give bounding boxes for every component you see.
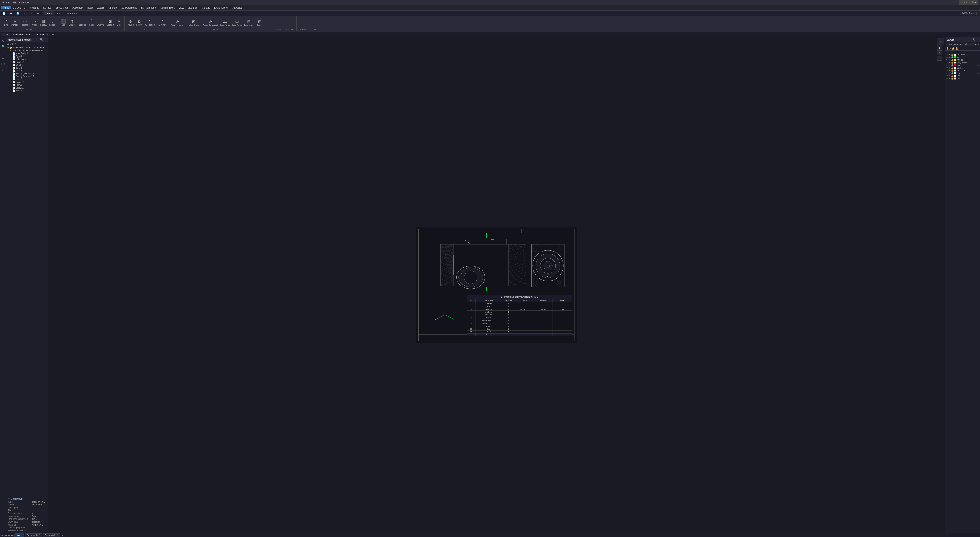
- layer-item-new[interactable]: 👁 ☀ 🔓 new —: [945, 77, 980, 80]
- qat-redo[interactable]: ↪: [28, 11, 34, 16]
- new-tab-button[interactable]: +: [51, 33, 55, 37]
- browser-menu-icon[interactable]: ⋮: [44, 38, 46, 41]
- tree-item-rb1[interactable]: 📄 Rolling Bearing 1:1: [6, 72, 48, 75]
- lt-layers-btn[interactable]: ≡: [0, 55, 6, 61]
- tree-item-seal8[interactable]: 📄 Seal:8: [6, 78, 48, 81]
- menu-export[interactable]: Export: [95, 6, 105, 10]
- menu-3dparametric[interactable]: 3D Parametric: [139, 6, 158, 10]
- tree-item-screw1a[interactable]: 📄 Screw:1: [6, 84, 48, 86]
- layer-item-am5[interactable]: 👁 ☀ 🔓 AM_5 —: [945, 56, 980, 59]
- model-pushpull-btn[interactable]: ↕ Push/Pull: [77, 17, 87, 28]
- sheet-add-icon[interactable]: +: [61, 534, 64, 537]
- lt-settings-btn[interactable]: ⚙: [0, 67, 6, 72]
- menu-view[interactable]: View: [177, 6, 186, 10]
- tree-item-root[interactable]: ▼ 📁 actionneur_rotatif2D.new_afagh: [6, 46, 48, 49]
- prop-section-title[interactable]: ▼ Component: [8, 497, 46, 500]
- lt-search-btn[interactable]: 🔍: [0, 44, 6, 49]
- modify-edgeflange-btn[interactable]: ▭ Edge Flange: [231, 17, 243, 28]
- ribbon-tab-annotate[interactable]: Annotate: [65, 11, 79, 15]
- model-chamfer-btn[interactable]: ◺ Chamfer: [96, 17, 105, 28]
- draw-circle-btn[interactable]: ○ Circle: [31, 17, 39, 28]
- menu-surface[interactable]: Surface: [41, 6, 53, 10]
- lt-home-btn[interactable]: ⌂: [0, 49, 6, 55]
- qat-undo[interactable]: ↩: [21, 11, 27, 16]
- layers-menu-icon[interactable]: ⋮: [976, 38, 978, 41]
- layer-linetype-icon[interactable]: ─: [959, 48, 961, 50]
- browser-collapse-icon[interactable]: ⊞: [12, 43, 14, 46]
- prop-stdcomp-value[interactable]: No ▾: [32, 518, 46, 520]
- sheet-tab-model[interactable]: Model: [14, 534, 24, 537]
- layers-search-icon[interactable]: 🔍: [972, 38, 975, 41]
- modify-assigncomp-btn[interactable]: ⊕ Assign Component: [202, 17, 219, 28]
- ribbon-tab-insert[interactable]: Insert: [54, 11, 65, 15]
- layer-item-amparref[interactable]: 👁 ☀ 🔓 AM_PARREF —: [945, 61, 980, 64]
- tree-item-mainbody[interactable]: 📄 Main Body:1: [6, 52, 48, 55]
- layer-item-axe[interactable]: 👁 ☀ 🔓 Axe —: [945, 64, 980, 67]
- draw-ellipse-btn[interactable]: ⬭ Ellipse: [48, 17, 56, 28]
- tree-item-shaft[interactable]: 📄 Shaft:1: [6, 64, 48, 66]
- layer-item-cache[interactable]: 👁 ☀ 🔓 Caché —: [945, 67, 980, 69]
- edit-copy-btn[interactable]: ⧉ Copy ▾: [135, 17, 143, 28]
- model-slice-btn[interactable]: ✂ Slice: [115, 17, 123, 28]
- edit-move-btn[interactable]: ✛ Move ▾: [126, 17, 135, 28]
- qat-print[interactable]: 🖨: [35, 11, 41, 16]
- model-connect-btn[interactable]: ⊞ Connect: [106, 17, 115, 28]
- layer-freeze-icon[interactable]: ❄: [950, 47, 951, 50]
- tree-item-leftcover[interactable]: 📄 Left Cover:1: [6, 58, 48, 61]
- modify-formcomp-btn[interactable]: ⊙ Form Component: [170, 17, 185, 28]
- tree-item-cylinder[interactable]: 📄 Cylinder:1: [6, 55, 48, 58]
- sheet-nav-prev[interactable]: ◀: [1, 534, 3, 537]
- menu-visualize[interactable]: Visualize: [186, 6, 199, 10]
- browser-expand-icon[interactable]: ⇔: [10, 43, 12, 46]
- menu-aiassist[interactable]: AI Assist: [231, 6, 243, 10]
- layer-item-am12[interactable]: 👁 ☀ 🔓 AM_12 —: [945, 59, 980, 61]
- draw-line-btn[interactable]: / Line: [2, 17, 10, 28]
- canvas-area[interactable]: ⬛ ✋ ⊕ ↻ A S: [48, 37, 945, 533]
- browser-view-icon[interactable]: ≡: [15, 43, 16, 46]
- browser-search-icon[interactable]: 🔍: [40, 38, 43, 41]
- draw-hatch-btn[interactable]: ▦ Hatch...: [39, 17, 48, 28]
- menu-annotate[interactable]: Annotate: [106, 6, 119, 10]
- tree-item-blockref[interactable]: ▼ Block and External References: [6, 49, 48, 52]
- sheet-tab-presentation2[interactable]: Presentation2: [43, 534, 60, 537]
- model-fillet-btn[interactable]: ⌒ Fillet: [88, 17, 95, 28]
- viewport-dropdown[interactable]: 2dWireframe: [960, 12, 977, 15]
- menu-2ddrafting[interactable]: 2D Drafting: [11, 6, 27, 10]
- tree-item-gasket[interactable]: 📄 Gasket:1: [6, 61, 48, 64]
- modify-initstruct-btn[interactable]: ⊞ Initialize Structure: [186, 17, 202, 28]
- qat-save[interactable]: 💾: [14, 11, 21, 16]
- sheet-nav-next[interactable]: ▶: [8, 534, 10, 537]
- layer-item-hidden[interactable]: 👁 ☀ 🔓 _HIDDEN —: [945, 53, 980, 56]
- menu-modeling[interactable]: Modeling: [27, 6, 41, 10]
- edit-3dmirror-btn[interactable]: ⇌ 3D Mirror: [156, 17, 167, 28]
- tree-item-seal3[interactable]: 📄 Seal:3: [6, 66, 48, 69]
- interface-settings-button[interactable]: Interface settings: [960, 0, 978, 4]
- qat-open[interactable]: 📂: [8, 11, 14, 16]
- layer-filter-dropdown[interactable]: All: [963, 43, 977, 46]
- qat-new[interactable]: 📄: [1, 11, 7, 16]
- tree-item-screw1c[interactable]: 📄 Screw:1: [6, 89, 48, 92]
- lt-func-btn[interactable]: f(x): [0, 61, 6, 66]
- draw-polyline-btn[interactable]: ⌐ Polyline: [11, 17, 19, 28]
- lt-select-btn[interactable]: ↖: [0, 38, 6, 43]
- modify-baseviews-btn[interactable]: ⊞ Base Views: [243, 17, 254, 28]
- sheet-nav-first[interactable]: |◀: [4, 534, 7, 537]
- model-extrude-btn[interactable]: ⬆ Extrude: [68, 17, 76, 28]
- layer-state-dropdown[interactable]: Layer state: [946, 43, 963, 46]
- prop-exttype-value[interactable]: ▾: [32, 512, 46, 515]
- doc-tab-drawing-close[interactable]: ✕: [46, 33, 48, 36]
- layer-item-cotations[interactable]: 👁 ☀ 🔓 Cotations —: [945, 69, 980, 72]
- modify-baseflange-btn[interactable]: ▬ Base Flange: [219, 17, 231, 28]
- doc-tab-start[interactable]: Start: [1, 33, 10, 37]
- tree-item-pinnon[interactable]: 📄 Pinnon:1: [6, 69, 48, 72]
- ribbon-tab-home[interactable]: Home: [43, 11, 54, 15]
- menu-insert[interactable]: Insert: [85, 6, 95, 10]
- modify-section-btn[interactable]: ⊟ Section: [255, 17, 264, 28]
- tree-item-screw1b[interactable]: 📄 Screw:1: [6, 86, 48, 89]
- vc-pan-btn[interactable]: ✋: [937, 45, 942, 50]
- vc-zoom-btn[interactable]: ⊕: [937, 51, 942, 55]
- prop-sectionable-value[interactable]: Yes ▾: [32, 515, 46, 517]
- menu-designintent[interactable]: Design Intent: [159, 6, 177, 10]
- layers-add-icon[interactable]: +: [978, 43, 979, 46]
- menu-2dparametric[interactable]: 2D Parametric: [119, 6, 138, 10]
